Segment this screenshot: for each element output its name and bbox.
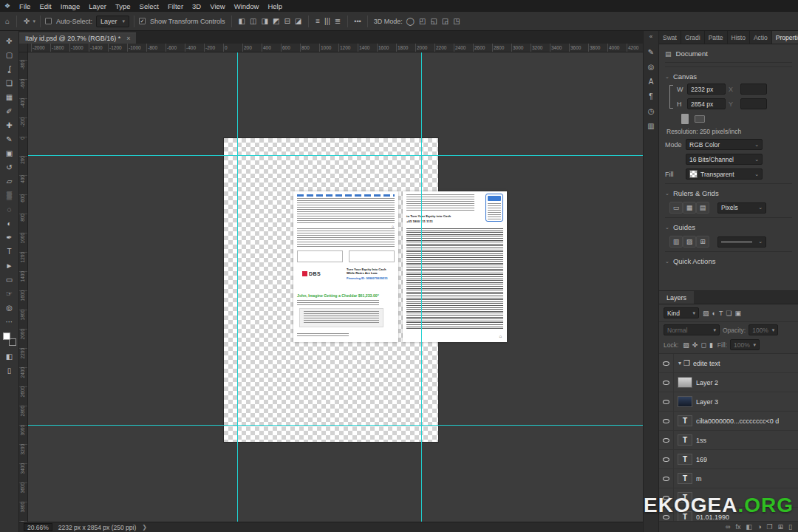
brush-tool[interactable]: ✎	[1, 132, 18, 146]
gradient-tool[interactable]: ▒	[1, 188, 18, 202]
section-quick-actions[interactable]: ⌄ Quick Actions	[665, 251, 792, 268]
expand-panels-icon[interactable]: «	[649, 33, 652, 40]
color-mode-select[interactable]: RGB Color ⌄	[686, 139, 763, 150]
lock-transparent-icon[interactable]: ▨	[681, 341, 691, 349]
width-field[interactable]: 2232 px	[687, 83, 726, 95]
layer-row[interactable]: Layer 2	[659, 373, 798, 392]
paragraph-panel-icon[interactable]: ¶	[644, 89, 658, 103]
canvas-fill-select[interactable]: Transparent ⌄	[686, 168, 763, 180]
height-field[interactable]: 2854 px	[687, 98, 726, 109]
tool-preset-chevron-icon[interactable]: ▾	[33, 18, 35, 24]
tab-gradi[interactable]: Gradi	[681, 31, 705, 44]
align-center-horizontal-icon[interactable]: ◫	[248, 17, 259, 25]
filter-adjustment-layers-icon[interactable]: ◐	[711, 310, 717, 317]
document-tab[interactable]: Italy id.psd @ 20.7% (RGB/16) * ×	[19, 33, 136, 44]
menu-file[interactable]: File	[15, 2, 35, 10]
lock-pixels-icon[interactable]: ✜	[691, 341, 700, 349]
foreground-color-swatch[interactable]	[3, 332, 10, 340]
guide-horizontal[interactable]	[28, 425, 643, 426]
new-layer-icon[interactable]: ⊞	[778, 523, 784, 531]
guide-vertical[interactable]	[237, 52, 238, 522]
marquee-tool[interactable]: ▢	[1, 48, 18, 62]
edit-toolbar-icon[interactable]: ⋯	[1, 315, 18, 329]
grid-icon[interactable]: ▦	[683, 202, 696, 214]
visibility-toggle[interactable]	[659, 431, 674, 449]
layer-filter-kind-select[interactable]: Kind ▾	[664, 307, 699, 318]
lasso-tool[interactable]: ʆ	[1, 62, 18, 76]
menu-help[interactable]: Help	[263, 2, 287, 10]
chevron-down-icon[interactable]: ▾	[678, 360, 681, 366]
3d-roll-icon[interactable]: ◰	[417, 17, 428, 25]
auto-select-checkbox[interactable]	[45, 18, 52, 24]
landscape-orientation-icon[interactable]	[695, 115, 705, 123]
clear-guides-icon[interactable]: ⊞	[696, 236, 709, 248]
align-center-vertical-icon[interactable]: ⊟	[282, 17, 292, 25]
align-bottom-icon[interactable]: ◪	[293, 17, 304, 25]
character-panel-icon[interactable]: A	[644, 74, 658, 89]
timeline-panel-icon[interactable]: ◷	[644, 103, 658, 118]
add-guide-icon[interactable]: ▥	[669, 236, 683, 248]
horizontal-ruler[interactable]: -2000-1800-1600-1400-1200-1000-800-600-4…	[28, 44, 643, 52]
ruler-origin[interactable]	[19, 44, 28, 52]
blend-mode-select[interactable]: Normal ▾	[664, 324, 720, 335]
auto-select-target-dropdown[interactable]: Layer ▾	[96, 16, 129, 27]
delete-layer-icon[interactable]: ▯	[788, 523, 792, 531]
crop-tool[interactable]: ▦	[1, 90, 18, 104]
guide-vertical[interactable]	[421, 52, 422, 522]
layer-row[interactable]: T1ss	[659, 431, 798, 450]
visibility-toggle[interactable]	[659, 450, 674, 468]
layer-row[interactable]: Layer 3	[659, 392, 798, 412]
visibility-toggle[interactable]	[659, 469, 674, 488]
guide-layout-icon[interactable]: ▨	[683, 236, 696, 248]
align-top-icon[interactable]: ◩	[270, 17, 282, 25]
layer-mask-icon[interactable]: ◧	[746, 523, 752, 531]
filter-pixel-layers-icon[interactable]: ▨	[701, 310, 711, 317]
visibility-toggle[interactable]	[659, 373, 674, 392]
hand-tool[interactable]: ☞	[1, 287, 18, 301]
blur-tool[interactable]: ◌	[1, 202, 18, 216]
brush-settings-panel-icon[interactable]: ✎	[644, 44, 658, 59]
menu-filter[interactable]: Filter	[163, 2, 188, 10]
menu-window[interactable]: Window	[230, 2, 264, 10]
tab-actio[interactable]: Actio	[750, 31, 772, 44]
zoom-tool[interactable]: ◎	[1, 301, 18, 315]
x-field[interactable]	[740, 83, 767, 95]
align-left-icon[interactable]: ◧	[236, 17, 248, 25]
adjustment-layer-icon[interactable]: ◑	[757, 523, 761, 531]
tab-histo[interactable]: Histo	[728, 31, 750, 44]
section-canvas[interactable]: ⌄ Canvas	[665, 66, 792, 83]
align-right-icon[interactable]: ◨	[259, 17, 270, 25]
path-selection-tool[interactable]: ►	[1, 259, 18, 273]
clone-source-panel-icon[interactable]: ◎	[644, 59, 658, 74]
move-tool[interactable]: ✜	[1, 34, 18, 48]
new-group-icon[interactable]: ❐	[766, 523, 772, 531]
visibility-toggle[interactable]	[659, 412, 674, 430]
3d-rotate-icon[interactable]: ◯	[404, 17, 417, 25]
menu-3d[interactable]: 3D	[188, 2, 205, 10]
healing-brush-tool[interactable]: ✚	[1, 118, 18, 132]
section-guides[interactable]: ⌄ Guides	[665, 217, 792, 234]
layer-row[interactable]: ▾❐edite text	[659, 354, 798, 373]
opacity-field[interactable]: 100% ▾	[748, 324, 778, 335]
ruler-icon[interactable]: ▭	[669, 202, 683, 214]
layer-effects-icon[interactable]: fx	[735, 523, 740, 531]
vertical-ruler[interactable]: -800-600-400-200020040060080010001200140…	[19, 52, 28, 522]
visibility-toggle[interactable]	[659, 508, 674, 521]
pen-tool[interactable]: ✒	[1, 231, 18, 245]
portrait-orientation-icon[interactable]	[681, 114, 689, 124]
link-layers-icon[interactable]: ∞	[726, 523, 730, 531]
lock-position-icon[interactable]: ◻	[699, 341, 707, 349]
distribute-vertical-icon[interactable]: ≡	[313, 17, 322, 25]
zoom-level-field[interactable]: 20.66%	[24, 523, 52, 531]
guide-style-select[interactable]: ⌄	[717, 236, 766, 248]
bit-depth-select[interactable]: 16 Bits/Channel ⌄	[686, 154, 763, 165]
letter-back-page[interactable]: to Turn Your Equity into Cash +65 1800 1…	[403, 191, 507, 342]
layer-row[interactable]: Tcilta0000000...cccccccc<0 d	[659, 412, 798, 431]
distribute-horizontal-icon[interactable]: |||	[322, 17, 332, 25]
section-rulers-grids[interactable]: ⌄ Rulers & Grids	[665, 183, 792, 200]
home-icon[interactable]: ⌂	[3, 17, 12, 25]
tab-layers[interactable]: Layers	[659, 291, 694, 304]
ruler-units-select[interactable]: Pixels ⌄	[717, 202, 766, 214]
show-transform-controls-checkbox[interactable]: ✓	[139, 18, 146, 24]
filter-type-layers-icon[interactable]: T	[717, 310, 725, 317]
